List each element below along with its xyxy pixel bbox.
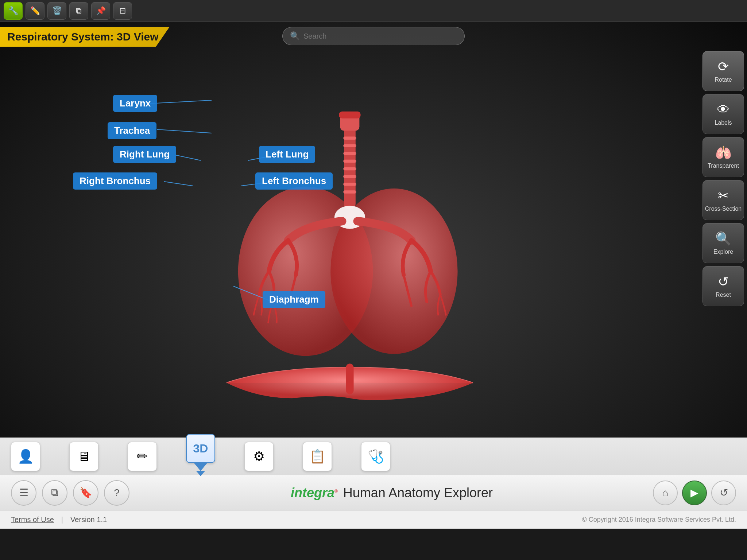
svg-rect-20: [339, 112, 360, 118]
copyright-text: © Copyright 2016 Integra Software Servic…: [582, 516, 736, 523]
stethoscope-icon: 🩺: [361, 442, 390, 471]
toolbar-copy-button[interactable]: ⧉: [69, 2, 88, 20]
3d-icon: 3D: [186, 434, 215, 463]
tab-quiz[interactable]: ✏: [128, 442, 157, 475]
svg-rect-13: [343, 160, 356, 163]
explore-icon: 🔍: [715, 231, 732, 246]
toolbar-wrench-button[interactable]: 🔧: [4, 2, 23, 20]
tab-settings[interactable]: ⚙: [244, 442, 274, 475]
copy-ctrl-button[interactable]: ⧉: [42, 480, 67, 506]
refresh-nav-button[interactable]: ↺: [711, 481, 736, 505]
notes-icon: 📋: [303, 442, 332, 471]
bookmark-ctrl-button[interactable]: 🔖: [73, 480, 98, 506]
terms-of-use-link[interactable]: Terms of Use: [11, 516, 54, 524]
help-ctrl-button[interactable]: ?: [104, 480, 129, 506]
transparent-icon: 🫁: [715, 145, 732, 160]
explore-button[interactable]: 🔍 Explore: [703, 223, 744, 263]
slideshow-icon: 🖥: [69, 442, 98, 471]
logo-area: integra® Human Anatomy Explorer: [135, 485, 649, 501]
search-input[interactable]: [303, 32, 457, 40]
play-nav-button[interactable]: ▶: [682, 481, 707, 505]
toolbar-bars-button[interactable]: ⊟: [113, 2, 132, 20]
svg-rect-14: [343, 167, 356, 170]
svg-rect-16: [343, 183, 356, 186]
footer: Terms of Use | Version 1.1 © Copyright 2…: [0, 510, 747, 529]
logo-brand: integra®: [291, 485, 338, 501]
title-banner: Respiratory System: 3D View: [0, 27, 170, 47]
top-toolbar: 🔧 ✏️ 🗑️ ⧉ 📌 ⊟: [0, 0, 747, 22]
main-area: Respiratory System: 3D View 🔍 Larynx: [0, 22, 747, 510]
reset-button[interactable]: ↺ Reset: [703, 266, 744, 306]
overview-icon: 👤: [11, 442, 40, 471]
search-icon: 🔍: [290, 31, 300, 41]
tab-icons: 👤 🖥 ✏ 3D ⚙ 📋 🩺: [0, 438, 747, 475]
labels-icon: 👁: [717, 102, 730, 117]
labels-button[interactable]: 👁 Labels: [703, 94, 744, 134]
footer-left: Terms of Use | Version 1.1: [11, 516, 107, 524]
settings-icon: ⚙: [244, 442, 274, 471]
svg-rect-12: [343, 152, 356, 155]
integra-text: integra: [291, 485, 334, 500]
rotate-button[interactable]: ⟳ Rotate: [703, 51, 744, 91]
bottom-controls: ☰ ⧉ 🔖 ? integra® Human Anatomy Explorer …: [0, 475, 747, 510]
tab-slideshow[interactable]: 🖥: [69, 442, 98, 475]
cross-section-icon: ✂: [718, 188, 729, 203]
footer-divider: |: [61, 516, 63, 524]
svg-rect-17: [343, 190, 356, 193]
svg-rect-15: [343, 175, 356, 178]
reset-icon: ↺: [718, 274, 729, 289]
tab-stethoscope[interactable]: 🩺: [361, 442, 390, 475]
footer-right: © Copyright 2016 Integra Software Servic…: [582, 516, 736, 524]
tab-notes[interactable]: 📋: [303, 442, 332, 475]
svg-rect-21: [346, 363, 353, 394]
menu-ctrl-button[interactable]: ☰: [11, 480, 36, 506]
right-panel: ⟳ Rotate 👁 Labels 🫁 Transparent ✂ Cross-…: [700, 47, 747, 310]
transparent-button[interactable]: 🫁 Transparent: [703, 137, 744, 177]
tab-overview[interactable]: 👤: [11, 442, 40, 475]
rotate-icon: ⟳: [718, 59, 729, 74]
toolbar-pin-button[interactable]: 📌: [91, 2, 110, 20]
page-title: Respiratory System: 3D View: [7, 31, 159, 43]
home-nav-button[interactable]: ⌂: [653, 481, 678, 505]
svg-rect-11: [343, 144, 356, 147]
version-text: Version 1.1: [70, 516, 107, 524]
logo-tagline: Human Anatomy Explorer: [343, 485, 493, 501]
toolbar-trash-button[interactable]: 🗑️: [47, 2, 66, 20]
search-bar: 🔍: [282, 27, 465, 45]
cross-section-button[interactable]: ✂ Cross-Section: [703, 180, 744, 220]
tab-3d[interactable]: 3D: [186, 434, 215, 475]
svg-rect-10: [343, 136, 356, 139]
quiz-icon: ✏: [128, 442, 157, 471]
toolbar-pencil-button[interactable]: ✏️: [26, 2, 44, 20]
anatomy-3d-model[interactable]: [186, 106, 514, 452]
bottom-tab-bar: 👤 🖥 ✏ 3D ⚙ 📋 🩺: [0, 438, 747, 510]
